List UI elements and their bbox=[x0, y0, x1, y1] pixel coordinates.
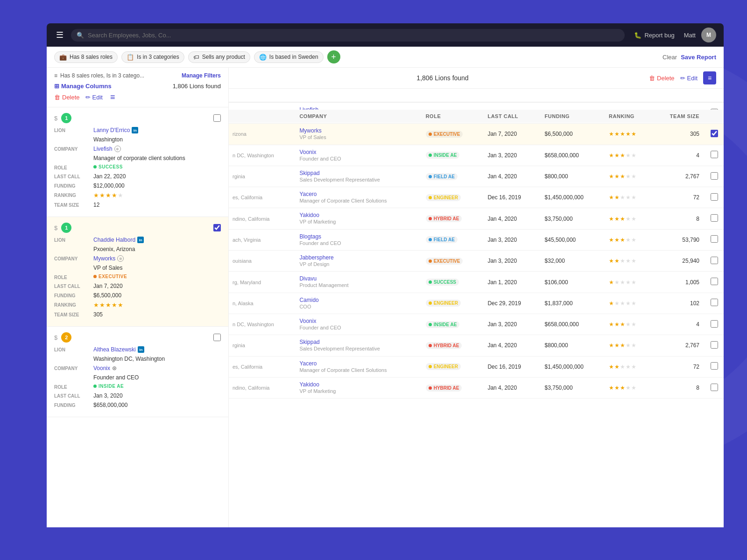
card-checkbox-3[interactable] bbox=[213, 334, 221, 341]
table-delete-button[interactable]: 🗑 Delete bbox=[649, 75, 675, 82]
td-checkbox-8[interactable] bbox=[705, 272, 724, 293]
td-checkbox-13[interactable] bbox=[705, 377, 724, 398]
card-label-role-desc-2 bbox=[54, 265, 92, 266]
td-company-4: Yacero Manager of Corporate Client Solut… bbox=[294, 187, 420, 208]
add-filter-button[interactable]: + bbox=[327, 50, 340, 63]
company-link-9[interactable]: Camido bbox=[299, 297, 318, 303]
card-field-role-3: ROLE INSIDE AE bbox=[54, 384, 221, 390]
col-header-ranking[interactable]: RANKING bbox=[603, 110, 653, 123]
td-checkbox-9[interactable] bbox=[705, 293, 724, 314]
card-lion-name-1[interactable]: Lanny D'Errico in bbox=[93, 127, 138, 133]
card-checkbox-2[interactable] bbox=[213, 224, 221, 231]
row-checkbox-11[interactable] bbox=[711, 341, 718, 349]
td-role-3: FIELD AE bbox=[420, 166, 482, 187]
company-link-5[interactable]: Yakidoo bbox=[299, 212, 319, 218]
company-link-12[interactable]: Yacero bbox=[299, 360, 317, 367]
td-role-10: INSIDE AE bbox=[420, 314, 482, 335]
td-role-9: ENGINEER bbox=[420, 293, 482, 314]
search-icon: 🔍 bbox=[77, 32, 84, 39]
left-lions-count: 1,806 Lions found bbox=[173, 83, 221, 90]
td-checkbox-2[interactable] bbox=[705, 145, 724, 166]
filter-chip-product[interactable]: 🏷 Sells any product bbox=[188, 51, 250, 63]
company-link-11[interactable]: Skippad bbox=[299, 339, 319, 345]
td-checkbox-12[interactable] bbox=[705, 356, 724, 377]
company-link-2[interactable]: Voonix bbox=[299, 149, 316, 155]
role-dot-4 bbox=[429, 196, 432, 199]
col-header-teamsize[interactable]: TEAM SIZE bbox=[653, 110, 705, 123]
col-header-company[interactable]: COMPANY bbox=[294, 110, 420, 123]
col-header-funding[interactable]: FUNDING bbox=[539, 110, 604, 123]
table-edit-button[interactable]: ✏ Edit bbox=[680, 75, 698, 82]
role-dot-1 bbox=[429, 133, 432, 136]
company-link-1[interactable]: Myworks bbox=[299, 127, 321, 134]
row-checkbox-3[interactable] bbox=[711, 172, 718, 180]
table-more-options-button[interactable]: ≡ bbox=[703, 71, 716, 84]
td-lastcall-10: Jan 3, 2020 bbox=[482, 314, 539, 335]
table-scroll-area[interactable]: COMPANY ROLE LAST CALL FUNDING RANKING T… bbox=[229, 89, 724, 527]
row-checkbox-9[interactable] bbox=[711, 299, 718, 306]
td-checkbox-1[interactable] bbox=[705, 124, 724, 145]
row-checkbox-6[interactable] bbox=[711, 235, 718, 243]
td-checkbox-6[interactable] bbox=[705, 229, 724, 250]
card-company-link-2[interactable]: Myworks bbox=[93, 255, 115, 262]
card-field-location-1: Washington bbox=[54, 136, 221, 143]
company-link-13[interactable]: Yakidoo bbox=[299, 381, 319, 388]
manage-columns-button[interactable]: ⊞ Manage Columns bbox=[54, 83, 112, 90]
filter-chip-sweden[interactable]: 🌐 Is based in Sweden bbox=[254, 51, 324, 63]
card-company-link-1[interactable]: Livefish bbox=[93, 146, 113, 152]
td-checkbox-10[interactable] bbox=[705, 314, 724, 335]
stars-2: ★★★★★ bbox=[609, 152, 647, 159]
left-delete-button[interactable]: 🗑 Delete bbox=[54, 94, 80, 101]
manage-filters-link[interactable]: Manage Filters bbox=[182, 72, 221, 79]
company-link-10[interactable]: Voonix bbox=[299, 318, 316, 324]
row-checkbox-1[interactable] bbox=[711, 130, 718, 137]
td-role-5: HYBRID AE bbox=[420, 208, 482, 229]
td-checkbox-4[interactable] bbox=[705, 187, 724, 208]
company-link-7[interactable]: Jabbersphere bbox=[299, 254, 333, 261]
row-checkbox-5[interactable] bbox=[711, 214, 718, 222]
company-link-6[interactable]: Blogtags bbox=[299, 233, 321, 240]
td-checkbox-5[interactable] bbox=[705, 208, 724, 229]
table-edit-icon: ✏ bbox=[680, 75, 685, 82]
manage-columns-label: Manage Columns bbox=[61, 83, 112, 90]
role-badge-9: ENGINEER bbox=[426, 300, 461, 307]
row-checkbox-2[interactable] bbox=[711, 151, 718, 158]
clear-button[interactable]: Clear bbox=[662, 54, 677, 61]
report-bug-button[interactable]: 🐛 Report bug bbox=[630, 30, 678, 41]
col-header-role[interactable]: ROLE bbox=[420, 110, 482, 123]
card-company-link-3[interactable]: Voonix bbox=[93, 365, 110, 371]
role-badge-6: FIELD AE bbox=[426, 236, 458, 243]
avatar[interactable]: M bbox=[701, 28, 716, 42]
row-checkbox-8[interactable] bbox=[711, 278, 718, 285]
search-input[interactable] bbox=[88, 32, 619, 39]
filter-chip-categories[interactable]: 📋 Is in 3 categories bbox=[121, 51, 184, 63]
table-row: rginia Skippad Sales Development Represe… bbox=[229, 166, 724, 187]
row-checkbox-7[interactable] bbox=[711, 257, 718, 264]
col-header-lastcall[interactable]: LAST CALL bbox=[482, 110, 539, 123]
td-checkbox-7[interactable] bbox=[705, 251, 724, 272]
company-link-4[interactable]: Yacero bbox=[299, 191, 317, 197]
company-link-3[interactable]: Skippad bbox=[299, 170, 319, 176]
row-checkbox-13[interactable] bbox=[711, 384, 718, 391]
card-lion-name-2[interactable]: Chaddie Halbord in bbox=[93, 237, 144, 243]
card-funding-3: $658,000,000 bbox=[93, 402, 127, 408]
save-report-button[interactable]: Save Report bbox=[681, 54, 716, 61]
card-lion-name-3[interactable]: Althea Blazewski in bbox=[93, 346, 144, 353]
td-teamsize-5: 8 bbox=[653, 208, 705, 229]
filter-chip-sales-roles[interactable]: 💼 Has 8 sales roles bbox=[54, 51, 118, 63]
left-panel: ≡ Has 8 sales roles, Is in 3 catego... M… bbox=[47, 68, 229, 527]
company-link-8[interactable]: Divavu bbox=[299, 275, 317, 282]
row-checkbox-10[interactable] bbox=[711, 320, 718, 328]
left-more-button[interactable]: ≡ bbox=[108, 92, 117, 102]
td-checkbox-3[interactable] bbox=[705, 166, 724, 187]
card-checkbox-1[interactable] bbox=[213, 114, 221, 122]
td-teamsize-9: 102 bbox=[653, 293, 705, 314]
left-edit-button[interactable]: ✏ Edit bbox=[85, 94, 103, 101]
card-field-lion-2: LION Chaddie Halbord in bbox=[54, 237, 221, 243]
card-label-lastcall-1: LAST CALL bbox=[54, 173, 92, 179]
row-checkbox-4[interactable] bbox=[711, 193, 718, 201]
hamburger-button[interactable]: ☰ bbox=[54, 28, 65, 42]
td-lastcall-9: Dec 29, 2019 bbox=[482, 293, 539, 314]
row-checkbox-12[interactable] bbox=[711, 362, 718, 370]
td-checkbox-11[interactable] bbox=[705, 335, 724, 356]
